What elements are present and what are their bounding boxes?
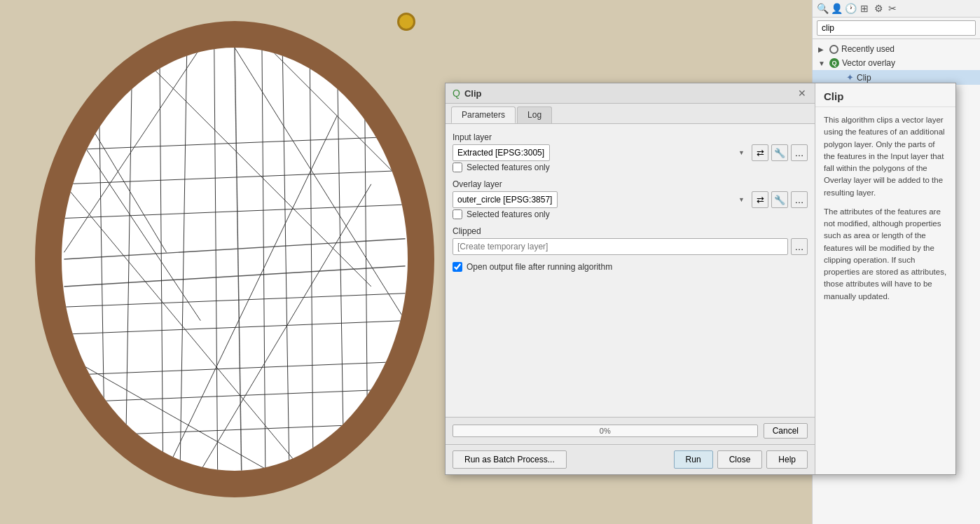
tree-arrow-recently-used: ▶ <box>818 46 827 53</box>
help-button[interactable]: Help <box>766 450 808 469</box>
progress-area: 0% Cancel <box>446 417 815 444</box>
svg-line-13 <box>64 354 268 471</box>
dialog-footer: Run as Batch Process... Run Close Help <box>446 444 815 474</box>
toolbar-icon-settings[interactable]: ⚙ <box>873 3 884 14</box>
svg-line-24 <box>64 294 405 307</box>
dialog-left-panel: Q Clip ✕ Parameters Log Input layer Extr… <box>446 83 815 474</box>
clipped-output-row: … <box>453 238 808 255</box>
input-layer-section: Input layer Extracted [EPSG:3005] ⇄ 🔧 … … <box>453 132 808 174</box>
overlay-layer-more-btn[interactable]: … <box>791 191 808 208</box>
tab-log[interactable]: Log <box>517 106 552 123</box>
svg-line-9 <box>337 48 344 471</box>
open-output-checkbox[interactable] <box>453 262 462 272</box>
input-layer-select[interactable]: Extracted [EPSG:3005] <box>453 144 550 161</box>
open-output-label[interactable]: Open output file after running algorithm <box>467 262 612 272</box>
svg-line-20 <box>310 48 313 471</box>
dialog-close-button[interactable]: ✕ <box>796 88 808 99</box>
overlay-layer-row: outer_circle [EPSG:3857] ⇄ 🔧 … <box>453 191 808 208</box>
overlay-layer-select-wrapper: outer_circle [EPSG:3857] <box>453 191 749 208</box>
footer-right: Run Close Help <box>674 450 808 469</box>
svg-line-18 <box>214 48 218 471</box>
progress-label: 0% <box>453 427 758 435</box>
svg-line-33 <box>64 184 303 471</box>
overlay-layer-toggle-btn[interactable]: ⇄ <box>752 191 768 208</box>
close-button[interactable]: Close <box>717 450 763 469</box>
svg-line-3 <box>180 48 187 471</box>
input-layer-settings-btn[interactable]: 🔧 <box>771 144 788 161</box>
tree-label-vector-overlay: Vector overlay <box>842 58 895 68</box>
svg-line-4 <box>282 48 289 471</box>
svg-line-31 <box>64 321 132 471</box>
toolbar-icon-grid[interactable]: ⊞ <box>859 3 870 14</box>
input-selected-only-checkbox[interactable] <box>453 163 462 172</box>
run-button[interactable]: Run <box>674 450 713 469</box>
tree-label-recently-used: Recently used <box>841 44 895 54</box>
input-layer-more-btn[interactable]: … <box>791 144 808 161</box>
input-selected-only-label[interactable]: Selected features only <box>467 163 550 172</box>
clock-icon <box>829 45 838 54</box>
clipped-browse-btn[interactable]: … <box>791 238 808 255</box>
input-layer-label: Input layer <box>453 132 808 142</box>
overlay-layer-section: Overlay layer outer_circle [EPSG:3857] ⇄… <box>453 179 808 221</box>
svg-line-19 <box>262 48 265 471</box>
dialog-title: Clip <box>464 88 792 99</box>
footer-left: Run as Batch Process... <box>453 450 567 469</box>
toolbar-icon-search[interactable]: 🔍 <box>817 3 828 14</box>
clipped-output-input[interactable] <box>453 238 788 255</box>
input-layer-toggle-btn[interactable]: ⇄ <box>752 144 768 161</box>
tree-label-clip: Clip <box>857 73 871 83</box>
overlay-layer-select[interactable]: outer_circle [EPSG:3857] <box>453 191 558 208</box>
svg-line-29 <box>64 423 200 471</box>
dialog-tabs: Parameters Log <box>446 104 815 124</box>
toolbar-icon-user[interactable]: 👤 <box>831 3 842 14</box>
overlay-layer-label: Overlay layer <box>453 179 808 189</box>
panel-toolbar: 🔍 👤 🕐 ⊞ ⚙ ✂ <box>813 0 980 18</box>
tab-parameters[interactable]: Parameters <box>451 106 516 123</box>
description-paragraph-1: This algorithm clips a vector layer usin… <box>824 114 947 199</box>
dialog-body: Input layer Extracted [EPSG:3005] ⇄ 🔧 … … <box>446 124 815 417</box>
dialog-description-panel: Clip This algorithm clips a vector layer… <box>815 83 955 474</box>
map-circle-frame <box>35 21 434 497</box>
svg-line-30 <box>371 48 406 102</box>
svg-line-25 <box>64 389 405 402</box>
toolbar-icon-history[interactable]: 🕐 <box>845 3 856 14</box>
toolbar-icon-scissors[interactable]: ✂ <box>887 3 898 14</box>
dialog-titlebar: Q Clip ✕ <box>446 83 815 104</box>
svg-line-26 <box>64 423 405 436</box>
description-title: Clip <box>815 83 955 107</box>
open-output-row: Open output file after running algorithm <box>453 261 808 273</box>
svg-line-23 <box>64 205 405 218</box>
svg-line-14 <box>64 48 200 252</box>
map-pin <box>397 13 415 31</box>
overlay-selected-only-checkbox[interactable] <box>453 209 462 219</box>
progress-bar-container: 0% <box>453 425 758 437</box>
svg-line-10 <box>64 116 200 320</box>
cancel-button[interactable]: Cancel <box>764 423 808 439</box>
panel-search-area <box>813 18 980 39</box>
overlay-selected-only-row: Selected features only <box>453 208 808 221</box>
input-selected-only-row: Selected features only <box>453 161 808 174</box>
input-layer-row: Extracted [EPSG:3005] ⇄ 🔧 … <box>453 144 808 161</box>
tree-item-vector-overlay[interactable]: ▼ Q Vector overlay <box>813 56 980 70</box>
svg-line-0 <box>64 239 405 259</box>
svg-line-32 <box>235 48 406 321</box>
svg-line-17 <box>160 48 163 471</box>
svg-line-22 <box>64 137 405 150</box>
svg-line-16 <box>98 48 105 471</box>
search-input[interactable] <box>817 20 976 36</box>
svg-line-5 <box>64 170 405 184</box>
overlay-layer-settings-btn[interactable]: 🔧 <box>771 191 788 208</box>
tree-arrow-vector-overlay: ▼ <box>818 60 827 67</box>
svg-line-7 <box>64 361 405 375</box>
clipped-section: Clipped … <box>453 226 808 255</box>
qgis-icon-vector: Q <box>829 58 839 68</box>
svg-line-6 <box>64 321 405 334</box>
overlay-selected-only-label[interactable]: Selected features only <box>467 209 550 219</box>
svg-line-27 <box>64 82 166 253</box>
svg-line-11 <box>132 48 371 287</box>
description-body: This algorithm clips a vector layer usin… <box>815 107 955 474</box>
description-paragraph-2: The attributes of the features are not m… <box>824 206 947 303</box>
tree-item-recently-used[interactable]: ▶ Recently used <box>813 42 980 56</box>
batch-process-button[interactable]: Run as Batch Process... <box>453 450 567 469</box>
clip-dialog: Q Clip ✕ Parameters Log Input layer Extr… <box>445 83 956 475</box>
